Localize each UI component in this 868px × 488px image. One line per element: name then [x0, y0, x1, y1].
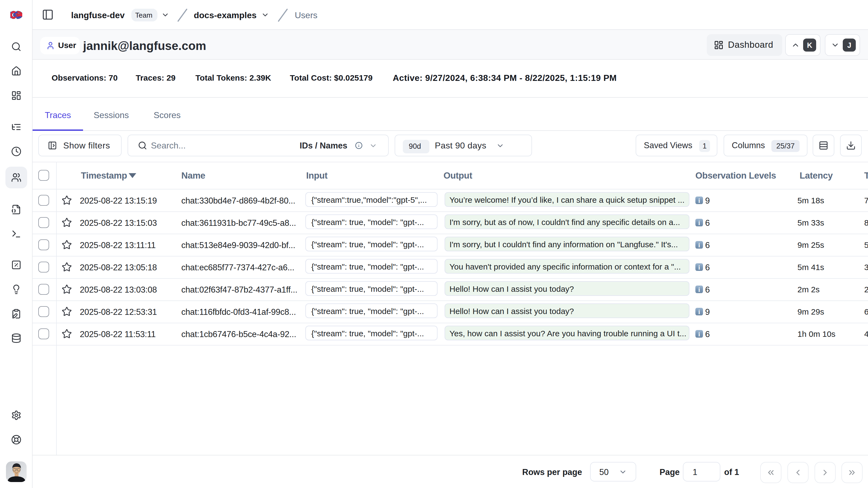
svg-text:i: i — [699, 242, 700, 249]
svg-text:i: i — [699, 286, 700, 293]
svg-text:i: i — [699, 197, 700, 204]
svg-text:i: i — [699, 331, 700, 338]
svg-text:i: i — [699, 309, 700, 315]
svg-text:i: i — [699, 264, 700, 271]
svg-text:i: i — [699, 220, 700, 226]
